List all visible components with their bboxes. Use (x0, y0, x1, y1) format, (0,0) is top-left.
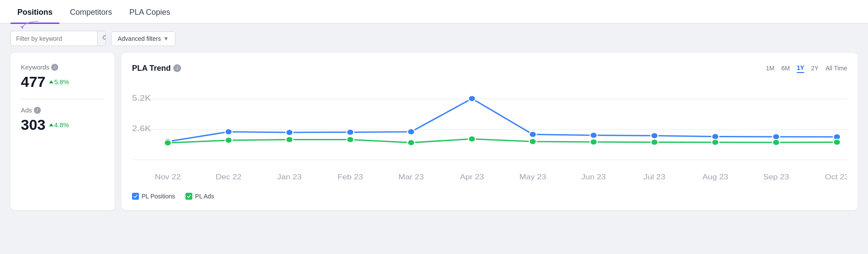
tab-bar: Positions Competitors PLA Copies (0, 0, 868, 24)
svg-point-24 (408, 139, 415, 145)
svg-point-31 (833, 139, 840, 145)
keywords-value: 477 (21, 73, 46, 90)
time-filters: 1M 6M 1Y 2Y All Time (766, 63, 847, 73)
time-btn-1y[interactable]: 1Y (797, 63, 804, 73)
time-btn-1m[interactable]: 1M (766, 64, 774, 73)
ads-value-row: 303 4.8% (21, 116, 104, 133)
svg-point-17 (712, 134, 719, 140)
svg-text:Apr 23: Apr 23 (460, 173, 484, 181)
time-btn-6m[interactable]: 6M (782, 64, 790, 73)
page-container: Positions Competitors PLA Copies Advance… (0, 0, 868, 221)
ads-arrow-up-icon (49, 123, 53, 126)
svg-text:Sep 23: Sep 23 (763, 173, 789, 181)
svg-marker-0 (20, 26, 24, 29)
ads-line (168, 139, 837, 143)
svg-point-11 (347, 129, 353, 135)
ads-change-value: 4.8% (54, 121, 69, 129)
ads-info-icon[interactable]: i (34, 107, 41, 114)
filter-bar: Advanced filters ▼ (0, 24, 868, 53)
legend-check-green (185, 193, 192, 200)
trend-chart-svg: 5.2K 2.6K Nov 22Dec 22Jan 23Feb 23Mar 23… (132, 82, 847, 186)
advanced-filters-button[interactable]: Advanced filters ▼ (111, 31, 175, 46)
ads-change: 4.8% (49, 121, 69, 129)
svg-point-15 (590, 132, 597, 139)
keywords-label: Keywords (21, 63, 50, 71)
main-content: Keywords i 477 5.8% Ads i (0, 53, 868, 221)
legend-pl-positions-label: PL Positions (142, 193, 175, 200)
svg-text:Mar 23: Mar 23 (398, 173, 424, 181)
svg-text:Jan 23: Jan 23 (277, 173, 301, 181)
chart-header: PLA Trend i 1M 6M 1Y 2Y All Time (132, 63, 847, 73)
svg-point-28 (651, 139, 658, 145)
time-btn-2y[interactable]: 2Y (811, 64, 818, 73)
chart-area: 5.2K 2.6K Nov 22Dec 22Jan 23Feb 23Mar 23… (132, 82, 847, 188)
svg-point-10 (286, 129, 293, 135)
svg-point-27 (590, 139, 597, 145)
legend-pl-positions: PL Positions (132, 193, 175, 200)
chevron-down-icon: ▼ (164, 36, 169, 42)
chart-card: PLA Trend i 1M 6M 1Y 2Y All Time (122, 53, 858, 210)
svg-text:May 23: May 23 (519, 173, 546, 181)
keywords-label-row: Keywords i (21, 63, 104, 71)
keywords-metric: Keywords i 477 5.8% (21, 63, 104, 90)
svg-point-9 (225, 129, 232, 135)
svg-point-1 (103, 36, 106, 39)
svg-point-22 (286, 137, 293, 143)
chart-title-text: PLA Trend (132, 64, 171, 73)
ads-metric: Ads i 303 4.8% (21, 106, 104, 133)
keywords-info-icon[interactable]: i (51, 64, 58, 71)
keyword-search-container (10, 31, 106, 46)
svg-text:Jun 23: Jun 23 (581, 173, 606, 181)
svg-point-16 (651, 133, 658, 139)
arrow-decoration-icon (16, 18, 42, 31)
legend-pl-ads: PL Ads (185, 193, 214, 200)
svg-text:Jul 23: Jul 23 (644, 173, 665, 181)
svg-text:Feb 23: Feb 23 (337, 173, 363, 181)
chart-legend: PL Positions PL Ads (132, 193, 847, 200)
chart-title: PLA Trend i (132, 64, 181, 73)
search-icon (102, 35, 106, 41)
svg-text:Dec 22: Dec 22 (216, 173, 242, 181)
svg-text:Oct 23: Oct 23 (825, 173, 847, 181)
keyword-search-input[interactable] (11, 32, 97, 46)
keywords-value-row: 477 5.8% (21, 73, 104, 90)
tab-pla-copies[interactable]: PLA Copies (122, 0, 177, 23)
svg-point-25 (469, 136, 475, 142)
keywords-arrow-up-icon (49, 80, 53, 83)
svg-point-12 (408, 129, 415, 135)
legend-check-blue (132, 193, 139, 200)
legend-pl-ads-label: PL Ads (195, 193, 214, 200)
ads-label: Ads (21, 106, 32, 114)
chart-info-icon[interactable]: i (173, 64, 181, 72)
svg-point-14 (529, 132, 536, 138)
metric-divider (21, 99, 104, 99)
svg-point-20 (164, 140, 171, 146)
positions-line (168, 99, 837, 142)
svg-point-29 (712, 139, 719, 145)
ads-label-row: Ads i (21, 106, 104, 114)
svg-text:Aug 23: Aug 23 (702, 173, 728, 181)
x-axis-labels: Nov 22Dec 22Jan 23Feb 23Mar 23Apr 23May … (155, 173, 847, 181)
svg-text:Nov 22: Nov 22 (155, 173, 181, 181)
left-stats-card: Keywords i 477 5.8% Ads i (10, 53, 115, 210)
svg-point-21 (225, 137, 232, 143)
svg-text:5.2K: 5.2K (132, 94, 151, 102)
keyword-search-button[interactable] (97, 31, 106, 46)
tab-competitors[interactable]: Competitors (63, 0, 119, 23)
ads-value: 303 (21, 116, 46, 133)
svg-point-30 (772, 139, 779, 145)
svg-text:2.6K: 2.6K (132, 124, 151, 133)
time-btn-all-time[interactable]: All Time (825, 64, 847, 73)
svg-point-13 (469, 96, 475, 102)
keywords-change: 5.8% (49, 78, 69, 86)
svg-point-26 (529, 139, 536, 145)
svg-point-18 (772, 134, 779, 140)
svg-point-23 (347, 137, 353, 143)
keywords-change-value: 5.8% (54, 78, 69, 86)
advanced-filters-label: Advanced filters (118, 35, 161, 42)
